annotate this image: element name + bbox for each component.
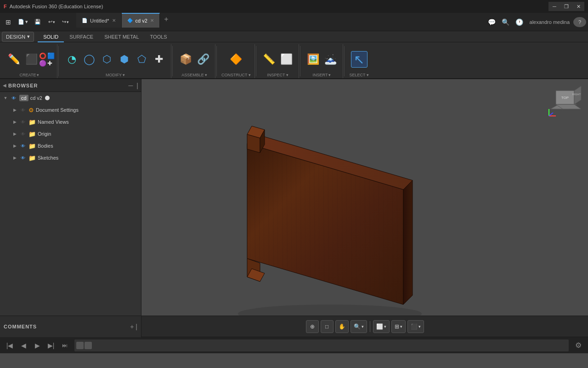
browser-item-namedviews[interactable]: ▶ 👁 📁 Named Views xyxy=(0,116,141,128)
design-mode-button[interactable]: DESIGN ▾ xyxy=(2,32,34,42)
inspect-measure-icon[interactable]: 📏 xyxy=(261,51,277,68)
viewport[interactable]: TOP RIGHT xyxy=(141,79,588,316)
zoom-button[interactable]: 🔍 ▾ xyxy=(351,320,367,333)
namedviews-eye[interactable]: 👁 xyxy=(19,120,27,125)
inspect-section-icon[interactable]: ⬜ xyxy=(278,51,295,68)
timeline-play-button[interactable]: ▶ xyxy=(31,339,43,351)
file-menu-button[interactable]: 📄 ▾ xyxy=(16,15,30,29)
create-label[interactable]: CREATE xyxy=(20,73,36,77)
undo-button[interactable]: ↩▾ xyxy=(45,15,58,29)
comments-add-button[interactable]: + xyxy=(130,323,134,330)
select-arrow[interactable]: ▾ xyxy=(367,73,369,77)
help-search-button[interactable]: 🔍 xyxy=(499,15,512,29)
viewport-layout-button[interactable]: ⬛ ▾ xyxy=(407,320,424,333)
modify-arrow[interactable]: ▾ xyxy=(123,73,125,77)
bodies-eye[interactable]: 👁 xyxy=(19,144,27,149)
tab-solid[interactable]: SOLID xyxy=(38,32,64,42)
inspect-arrow[interactable]: ▾ xyxy=(286,73,288,77)
orbit-button[interactable]: ⊕ xyxy=(306,320,319,333)
modify-draft-icon[interactable]: ⬠ xyxy=(133,51,150,68)
minimize-button[interactable]: ─ xyxy=(548,2,560,11)
timeline-track[interactable] xyxy=(74,339,569,351)
modify-label[interactable]: MODIFY xyxy=(106,73,122,77)
timeline-settings-button[interactable]: ⚙ xyxy=(572,339,584,351)
create-solid-icon[interactable]: ⬛ xyxy=(23,51,40,68)
comments-expand-button[interactable]: | xyxy=(136,323,137,330)
browser-item-sketches[interactable]: ▶ 👁 📁 Sketches xyxy=(0,152,141,164)
browser-pin-button[interactable]: ─ xyxy=(128,82,133,89)
origin-arrow[interactable]: ▶ xyxy=(11,132,18,136)
modify-chamfer-icon[interactable]: ⬡ xyxy=(98,51,115,68)
namedviews-arrow[interactable]: ▶ xyxy=(11,120,18,124)
assemble-joint-icon[interactable]: 🔗 xyxy=(195,51,211,68)
insert-arrow[interactable]: ▾ xyxy=(328,73,331,77)
docsettings-eye[interactable]: 👁 xyxy=(19,108,27,113)
browser-item-bodies[interactable]: ▶ 👁 📁 Bodies xyxy=(0,140,141,152)
tab-close-untitled[interactable]: ✕ xyxy=(112,18,116,23)
insert-label[interactable]: INSERT xyxy=(313,73,328,77)
create-box-icon[interactable]: 🟦 xyxy=(47,52,55,59)
tab-surface[interactable]: SURFACE xyxy=(64,32,99,42)
inspect-label[interactable]: INSPECT xyxy=(267,73,285,77)
cdv2-arrow[interactable]: ▼ xyxy=(2,96,9,100)
docsettings-arrow[interactable]: ▶ xyxy=(11,108,18,112)
assemble-label[interactable]: ASSEMBLE xyxy=(181,73,204,77)
sketches-arrow[interactable]: ▶ xyxy=(11,155,18,160)
maximize-button[interactable]: ❐ xyxy=(560,2,572,11)
create-circ-icon[interactable]: ⭕ xyxy=(39,52,46,59)
notifications-button[interactable]: 💬 xyxy=(486,15,498,29)
construct-label[interactable]: CONSTRUCT xyxy=(221,73,248,77)
insert-image-icon[interactable]: 🖼️ xyxy=(305,51,322,68)
tab-close-cdv2[interactable]: ✕ xyxy=(150,18,154,23)
timeline-next-button[interactable]: ▶| xyxy=(45,339,57,351)
tab-tools[interactable]: TOOLS xyxy=(145,32,173,42)
new-tab-button[interactable]: + xyxy=(160,13,173,26)
create-arrow[interactable]: ▾ xyxy=(37,73,39,77)
timeline-first-button[interactable]: |◀ xyxy=(4,339,16,351)
help-button[interactable]: ? xyxy=(573,17,586,27)
cdv2-record[interactable] xyxy=(45,96,50,100)
main-area: ◀ BROWSER ─ | ▼ 👁 cd cd v2 ▶ 👁 ⚙ Documen… xyxy=(0,79,588,316)
display-mode-button[interactable]: ⬜ ▾ xyxy=(373,320,390,333)
create-sketch-icon[interactable]: ✏️ xyxy=(6,51,22,68)
sketches-eye[interactable]: 👁 xyxy=(19,155,27,161)
bodies-arrow[interactable]: ▶ xyxy=(11,144,18,148)
browser-item-origin[interactable]: ▶ 👁 📁 Origin xyxy=(0,128,141,140)
browser-item-cdv2[interactable]: ▼ 👁 cd cd v2 xyxy=(0,92,141,104)
grid-button[interactable]: ⊞ ▾ xyxy=(391,320,406,333)
save-button[interactable]: 💾 xyxy=(31,15,44,29)
assemble-new-icon[interactable]: 📦 xyxy=(177,51,194,68)
timeline-item-1[interactable] xyxy=(76,342,84,349)
select-icon[interactable]: ↖ xyxy=(351,51,368,68)
modify-move-icon[interactable]: ✚ xyxy=(151,51,167,68)
tab-cdv2[interactable]: 🔷 cd v2 ✕ xyxy=(122,13,160,28)
modify-fillet-icon[interactable]: ◯ xyxy=(81,51,97,68)
browser-collapse-arrow[interactable]: ◀ xyxy=(3,83,6,88)
grid-menu-button[interactable]: ⊞ xyxy=(2,15,15,29)
tab-untitled[interactable]: 📄 Untitled* ✕ xyxy=(76,13,122,28)
tab-sheet-metal[interactable]: SHEET METAL xyxy=(99,32,144,42)
create-move-icon[interactable]: ✚ xyxy=(47,60,52,67)
pan-button[interactable]: ✋ xyxy=(335,320,349,333)
browser-expand-button[interactable]: | xyxy=(136,82,138,89)
assemble-arrow[interactable]: ▾ xyxy=(205,73,207,77)
timeline-last-button[interactable]: ⏭ xyxy=(59,339,71,351)
redo-button[interactable]: ↪▾ xyxy=(59,15,72,29)
history-button[interactable]: 🕐 xyxy=(513,15,526,29)
view-cube[interactable]: TOP RIGHT xyxy=(547,84,583,121)
timeline-item-2[interactable] xyxy=(85,342,92,349)
construct-plane-icon[interactable]: 🔶 xyxy=(228,51,244,68)
construct-arrow[interactable]: ▾ xyxy=(249,73,251,77)
create-cylinder-icon[interactable]: ⭕ 🟦 🟣 ✚ xyxy=(40,53,53,66)
modify-shell-icon[interactable]: ⬢ xyxy=(116,51,132,68)
modify-press-pull-icon[interactable]: ◔ xyxy=(63,51,80,68)
origin-eye[interactable]: 👁 xyxy=(19,132,27,137)
close-button[interactable]: ✕ xyxy=(572,2,584,11)
pan-home-button[interactable]: □ xyxy=(321,320,334,333)
cdv2-eye[interactable]: 👁 xyxy=(10,96,17,101)
browser-item-docsettings[interactable]: ▶ 👁 ⚙ Document Settings xyxy=(0,104,141,116)
timeline-prev-button[interactable]: ◀ xyxy=(17,339,29,351)
create-star-icon[interactable]: 🟣 xyxy=(39,60,46,67)
insert-mesh-icon[interactable]: 🗻 xyxy=(322,51,339,68)
select-label[interactable]: SELECT xyxy=(349,73,365,77)
